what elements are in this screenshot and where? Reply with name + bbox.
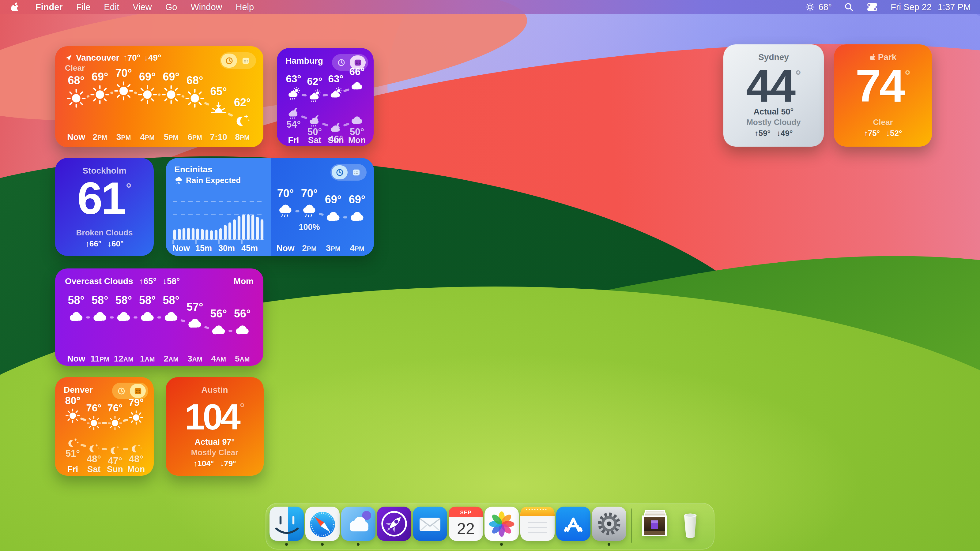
chart-label: Now xyxy=(67,132,85,142)
menubar-weather-item[interactable]: 68° xyxy=(805,2,832,12)
trash-icon xyxy=(673,507,708,541)
chart-label: 7:10 xyxy=(210,132,227,142)
hourly-forecast-chart: 70°Now70°100%2PM69°3PM69°4PM xyxy=(274,177,369,254)
degree-symbol: ° xyxy=(795,69,801,82)
chart-line xyxy=(189,92,191,94)
rain-drops-icon xyxy=(282,215,288,217)
chart-rect xyxy=(97,318,103,321)
hour-column: 56°4AM xyxy=(210,307,227,364)
current-temperature: 44° xyxy=(746,65,801,107)
chart-label: 15m xyxy=(196,244,212,253)
dock-item-photos[interactable] xyxy=(484,507,519,546)
dock-item-notes[interactable] xyxy=(519,507,555,546)
forecast-connector xyxy=(320,214,323,214)
dock-item-trash[interactable] xyxy=(672,507,708,546)
widget-weather-stockholm[interactable]: Stockholm 61° Broken Clouds ↑66°↓60° xyxy=(55,158,154,256)
cloud-icon xyxy=(94,312,106,321)
precip-bar xyxy=(238,216,240,240)
dock-item-safari[interactable] xyxy=(304,507,340,546)
precip-bar xyxy=(196,229,199,240)
chart-label: 63° xyxy=(328,73,344,84)
dock-item-mail[interactable] xyxy=(412,507,448,546)
dock-divider xyxy=(631,508,632,543)
time-label: 2AM xyxy=(164,354,178,364)
menu-edit[interactable]: Edit xyxy=(104,2,119,12)
menubar-clock[interactable]: Fri Sep 22 1:37 PM xyxy=(891,2,971,12)
rain-drops-icon xyxy=(305,215,312,217)
forecast-connector xyxy=(345,124,348,125)
chart-line xyxy=(189,103,191,105)
chart-label: 57° xyxy=(186,301,203,313)
time-label: 2PM xyxy=(93,132,107,142)
location-name: Hamburg xyxy=(285,56,323,66)
dock-item-rocket[interactable] xyxy=(376,507,412,546)
hour-column: 69°2PM xyxy=(91,70,109,142)
chart-line xyxy=(340,89,341,89)
running-indicator xyxy=(608,543,610,546)
chart-label: 69° xyxy=(163,70,180,83)
chart-line xyxy=(110,418,112,420)
menu-help[interactable]: Help xyxy=(236,2,254,12)
cloud-icon xyxy=(352,82,362,89)
precipitation-panel: Encinitas Rain Expected Now15m30m45m xyxy=(166,158,271,256)
daily-forecast-chart: 80°51°Fri76°48°Sat76°47°Sun79°48°Mon xyxy=(62,396,147,474)
menu-finder[interactable]: Finder xyxy=(35,2,63,12)
dock-item-weather[interactable] xyxy=(340,507,376,546)
cloud-icon xyxy=(165,312,178,321)
cloud-icon xyxy=(351,212,364,221)
time-label: 3PM xyxy=(326,243,340,253)
high-temp: ↑70° xyxy=(123,53,140,63)
apple-menu-icon[interactable] xyxy=(10,2,20,13)
dock-item-calendar[interactable]: SEP 22 xyxy=(448,507,484,546)
sun-icon xyxy=(119,87,128,95)
rain-drops-icon xyxy=(312,125,316,126)
chart-line xyxy=(97,426,99,428)
hour-column: 70°100%2PM xyxy=(299,187,320,253)
forecast-connector xyxy=(124,449,127,449)
widget-weather-mom[interactable]: Overcast Clouds ↑65° ↓58° Mom 58°Now58°1… xyxy=(55,268,263,366)
chart-line xyxy=(94,99,95,101)
control-center-button[interactable] xyxy=(866,2,878,12)
hour-column: 56°5AM xyxy=(234,307,250,364)
chart-label: 58° xyxy=(68,294,84,306)
dock-item-finder[interactable] xyxy=(269,507,304,546)
precip-bar xyxy=(187,228,190,240)
dock-item-settings[interactable] xyxy=(591,507,627,546)
spotlight-button[interactable] xyxy=(844,2,854,12)
condition-label: Mostly Clear xyxy=(191,448,239,457)
dock-item-screenshot[interactable] xyxy=(636,507,672,546)
dock-item-appstore[interactable] xyxy=(555,507,591,546)
location-name: Denver xyxy=(64,385,93,395)
photos-icon xyxy=(485,507,519,541)
menu-view[interactable]: View xyxy=(133,2,151,12)
menu-file[interactable]: File xyxy=(76,2,91,12)
widget-weather-denver[interactable]: Denver 80°51°Fri76°48°Sat76°47°Sun79°48°… xyxy=(55,377,154,476)
menu-window[interactable]: Window xyxy=(191,2,222,12)
time-label: 4PM xyxy=(350,243,364,253)
widget-weather-apple-park[interactable]: Park 74° Clear ↑75°↓52° xyxy=(834,44,932,147)
day-column: 80°51°Fri xyxy=(65,396,81,474)
widget-weather-sydney[interactable]: Sydney 44° Actual 50° Mostly Cloudy ↑59°… xyxy=(723,44,824,147)
widget-weather-austin[interactable]: Austin 104° Actual 97° Mostly Clear ↑104… xyxy=(166,377,264,476)
time-label: 3PM xyxy=(116,132,131,142)
widget-weather-hamburg[interactable]: Hamburg 63°54°Fri62°50°Sat63°46°Sun66°50… xyxy=(277,48,374,146)
chart-line xyxy=(199,92,201,94)
chart-line xyxy=(294,98,294,100)
chart-line xyxy=(141,89,143,90)
chart-label: 58° xyxy=(92,294,108,306)
chart-line xyxy=(141,99,143,101)
chart-line xyxy=(315,125,315,126)
chart-line xyxy=(311,215,312,217)
calendar-icon xyxy=(352,168,361,177)
cloud-icon xyxy=(327,212,340,221)
chart-rect xyxy=(191,324,198,327)
chart-label: 66° xyxy=(350,67,365,77)
precip-bar xyxy=(233,219,236,240)
widget-weather-vancouver[interactable]: Vancouver ↑70° ↓49° Clear 68°Now69°2PM70… xyxy=(55,46,263,147)
precip-bar xyxy=(192,229,194,240)
chart-rect xyxy=(330,218,337,221)
chart-label: 69° xyxy=(139,70,156,83)
menu-go[interactable]: Go xyxy=(165,2,177,12)
widget-weather-encinitas[interactable]: Encinitas Rain Expected Now15m30m45m 70°… xyxy=(166,158,374,256)
chart-line xyxy=(298,88,299,89)
